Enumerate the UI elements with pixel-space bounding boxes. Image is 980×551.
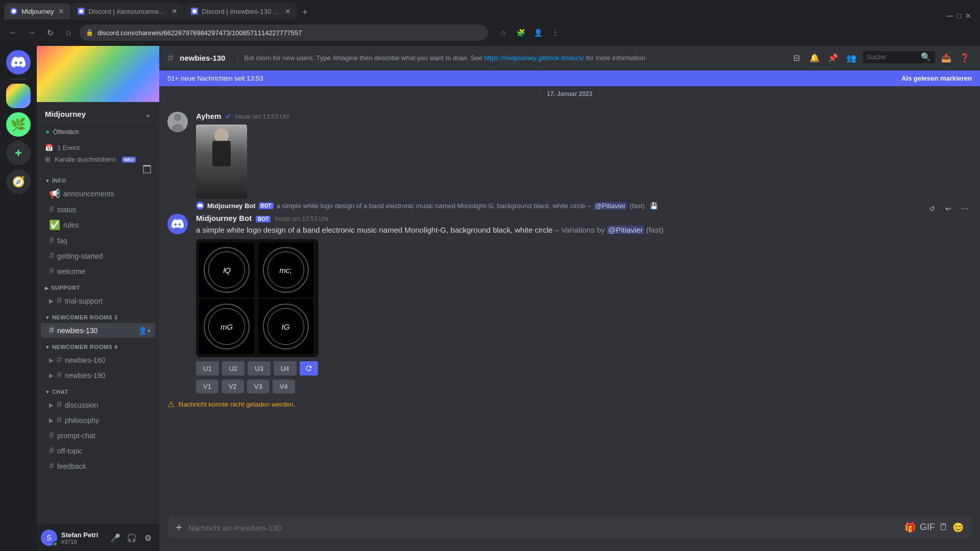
tab-midjourney[interactable]: Midjourney ✕ xyxy=(4,3,70,19)
variation-3-button[interactable]: V3 xyxy=(247,380,270,393)
sidebar-item-discussion[interactable]: ▶ # discussion xyxy=(41,397,155,412)
collapse-icon-trial: ▶ xyxy=(49,297,54,305)
sidebar-item-newbies-160[interactable]: ▶ # newbies-160 xyxy=(41,353,155,367)
section-header-chat[interactable]: ▼ CHAT xyxy=(37,387,159,397)
gif-icon[interactable]: GIF xyxy=(920,522,935,533)
sidebar-item-rules[interactable]: ✅ rules xyxy=(41,217,155,233)
home-button[interactable]: ⌂ xyxy=(61,26,76,40)
profile-icon[interactable]: 👤 xyxy=(531,26,545,40)
sidebar-event[interactable]: 📅 1 Event xyxy=(37,142,159,154)
section-chat: ▼ CHAT ▶ # discussion ▶ # philosophy # p… xyxy=(37,387,159,473)
extensions-icon[interactable]: 🧩 xyxy=(513,26,528,40)
save-icon[interactable]: 💾 xyxy=(650,202,658,210)
refresh-button[interactable] xyxy=(300,361,318,375)
sidebar-item-prompt-chat[interactable]: # prompt-chat xyxy=(41,428,155,443)
avatar-ayhem xyxy=(167,112,188,132)
server-header[interactable]: Midjourney ⌄ xyxy=(37,102,159,127)
bookmark-icon[interactable]: ☆ xyxy=(496,26,510,40)
server-icon-discord[interactable] xyxy=(6,50,31,74)
sidebar-item-trial-support[interactable]: ▶ # trial-support xyxy=(41,293,155,308)
tab-close-mj[interactable]: ✕ xyxy=(58,7,64,15)
sticker-icon[interactable]: 🗒 xyxy=(939,522,948,533)
section-arrow-newcomer-4: ▼ xyxy=(45,344,50,350)
react-button-inline[interactable]: ↺ xyxy=(925,202,939,216)
inbox-button[interactable]: 📥 xyxy=(939,51,953,65)
variation-2-button[interactable]: V2 xyxy=(222,380,244,393)
variation-1-button[interactable]: V1 xyxy=(196,380,218,393)
tab-discord-ann[interactable]: Discord | #announcements | M... ✕ xyxy=(71,3,184,19)
sidebar-item-getting-started[interactable]: # getting-started xyxy=(41,248,155,263)
add-member-icon[interactable]: 👤+ xyxy=(138,327,151,335)
notification-bar[interactable]: 51+ neue Nachrichten seit 13:53 Als gele… xyxy=(159,70,980,86)
error-message: ⚠ Nachricht konnte nicht geladen werden. xyxy=(159,395,980,413)
server-icon-midjourney[interactable] xyxy=(6,84,31,108)
gift-icon[interactable]: 🎁 xyxy=(904,522,916,533)
sidebar-item-faq[interactable]: # faq xyxy=(41,233,155,248)
upscale-2-button[interactable]: U2 xyxy=(222,361,245,375)
variation-4-button[interactable]: V4 xyxy=(273,380,295,393)
settings-button[interactable]: ⚙ xyxy=(141,531,155,545)
close-window-button[interactable]: ✕ xyxy=(965,12,972,19)
section-header-support[interactable]: ▶ SUPPORT xyxy=(37,283,159,293)
channel-desc-link[interactable]: https://midjourney.gitbook.io/docs/ xyxy=(484,54,584,62)
emoji-icon[interactable]: 😊 xyxy=(952,522,964,533)
channel-name-newbies-190: newbies-190 xyxy=(65,371,105,380)
tab-close-newbies[interactable]: ✕ xyxy=(285,7,291,15)
server-icon-green[interactable]: 🌿 xyxy=(6,112,31,137)
attach-button[interactable]: + xyxy=(176,521,182,534)
notification-button[interactable]: 🔔 xyxy=(807,51,822,65)
message-group-bot-inline: Midjourney Bot BOT a simple white logo d… xyxy=(159,201,980,211)
channel-search-bar[interactable]: 🔍 xyxy=(863,51,935,63)
sidebar-item-welcome[interactable]: # welcome xyxy=(41,264,155,279)
variation-main-text: a simple white logo design of a band ele… xyxy=(196,226,553,234)
address-bar[interactable]: 🔒 discord.com/channels/66226797698429747… xyxy=(80,24,488,41)
sidebar-item-status[interactable]: # status xyxy=(41,202,155,217)
back-button[interactable]: ← xyxy=(6,26,20,40)
hash-icon-welcome: # xyxy=(49,266,54,277)
server-icon-explore[interactable]: 🧭 xyxy=(6,169,31,194)
menu-icon[interactable]: ⋮ xyxy=(548,26,562,40)
server-status-text: Öffentlich xyxy=(53,129,79,136)
message-text-input[interactable] xyxy=(188,523,898,532)
new-tab-button[interactable]: + xyxy=(298,5,312,19)
section-header-newcomer-3[interactable]: ▼ NEWCOMER ROOMS 3 xyxy=(37,312,159,322)
svg-point-2 xyxy=(192,9,197,13)
deafen-button[interactable]: 🎧 xyxy=(125,531,139,545)
announce-icon: 📢 xyxy=(49,188,60,199)
pin-button[interactable]: 📌 xyxy=(826,51,840,65)
threads-button[interactable]: ⊟ xyxy=(789,51,803,65)
sidebar-item-newbies-190[interactable]: ▶ # newbies-190 xyxy=(41,368,155,383)
tab-close-ann[interactable]: ✕ xyxy=(172,7,178,15)
sidebar-item-off-topic[interactable]: # off-topic xyxy=(41,443,155,458)
error-text: Nachricht konnte nicht geladen werden. xyxy=(179,400,295,408)
minimize-button[interactable]: ─ xyxy=(946,12,953,19)
sidebar-item-newbies-130[interactable]: # newbies-130 👤+ xyxy=(41,323,155,338)
sidebar-item-announcements[interactable]: 📢 announcements xyxy=(41,186,155,202)
server-icon-add[interactable]: + xyxy=(6,141,31,165)
forward-button[interactable]: → xyxy=(24,26,39,40)
channel-search-input[interactable] xyxy=(867,53,918,61)
section-header-newcomer-4[interactable]: ▼ NEWCOMER ROOMS 4 xyxy=(37,342,159,352)
maximize-button[interactable]: □ xyxy=(955,12,963,19)
tab-discord-newbies[interactable]: Discord | #newbies-130 | Midjo... ✕ xyxy=(185,3,297,19)
sidebar-item-philosophy[interactable]: ▶ # philosophy xyxy=(41,413,155,428)
channel-hash-icon: # xyxy=(167,52,174,65)
sidebar-item-feedback[interactable]: # feedback xyxy=(41,459,155,473)
section-info: ▼ INFO 📢 announcements # status ✅ rules … xyxy=(37,176,159,279)
help-button[interactable]: ❓ xyxy=(958,51,972,65)
members-button[interactable]: 👥 xyxy=(844,51,859,65)
sidebar-browse[interactable]: ⊞ Kanäle durchstöbern NEU xyxy=(37,154,159,165)
online-indicator xyxy=(45,130,50,135)
reload-button[interactable]: ↻ xyxy=(43,26,57,40)
reply-button-inline[interactable]: ↩ xyxy=(941,202,955,216)
upscale-3-button[interactable]: U3 xyxy=(248,361,271,375)
mute-button[interactable]: 🎤 xyxy=(108,531,122,545)
date-divider-line-left xyxy=(167,94,543,94)
upscale-4-button[interactable]: U4 xyxy=(274,361,297,375)
upscale-1-button[interactable]: U1 xyxy=(196,361,219,375)
more-button-inline[interactable]: ⋯ xyxy=(958,202,972,216)
mark-read-button[interactable]: Als gelesen markieren xyxy=(901,74,972,82)
tab-favicon-ann xyxy=(78,8,85,15)
section-header-info[interactable]: ▼ INFO xyxy=(37,176,159,186)
lock-icon: 🔒 xyxy=(86,29,93,36)
